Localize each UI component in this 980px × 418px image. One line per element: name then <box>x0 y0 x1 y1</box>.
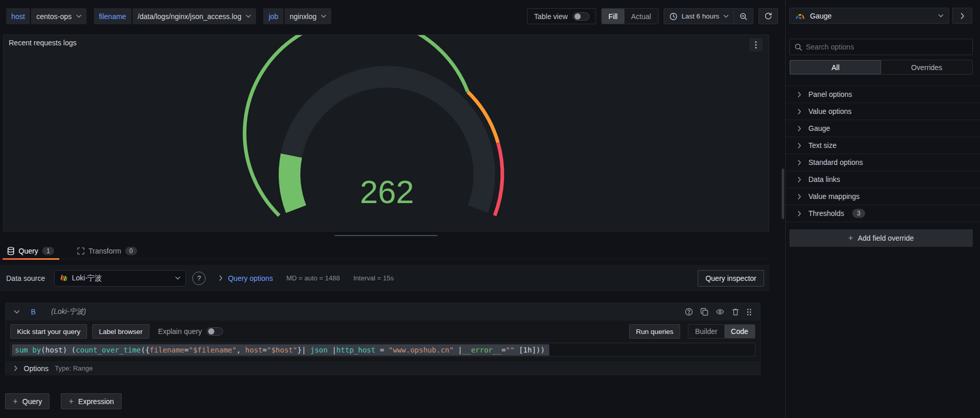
chevron-right-icon <box>14 365 18 371</box>
zoom-out-button[interactable] <box>734 8 753 24</box>
datasource-help-button[interactable]: ? <box>192 272 206 285</box>
table-view-toggle[interactable] <box>573 12 589 21</box>
time-range-picker[interactable]: Last 6 hours <box>664 8 734 24</box>
kick-start-button[interactable]: Kick start your query <box>10 324 87 339</box>
section-data-links[interactable]: Data links <box>786 171 980 188</box>
add-expression-button[interactable]: + Expression <box>61 393 122 409</box>
gauge-threshold-green <box>245 35 468 215</box>
variable-value-host[interactable]: centos-ops <box>31 8 86 24</box>
panel-resize-handle[interactable] <box>334 235 437 236</box>
code-token: }| <box>297 346 310 354</box>
code-token: ({ <box>141 346 149 354</box>
transform-icon <box>77 247 85 255</box>
code-token: = <box>376 346 388 354</box>
options-filter-tabs: All Overrides <box>789 60 973 75</box>
code-token: ) ( <box>63 346 76 354</box>
tab-all[interactable]: All <box>790 60 881 74</box>
thresholds-count-badge: 3 <box>852 209 865 218</box>
query-ref-id[interactable]: B <box>31 308 36 316</box>
vertical-scrollbar[interactable] <box>782 169 784 219</box>
builder-segment[interactable]: Builder <box>688 325 724 338</box>
section-value-options[interactable]: Value options <box>786 103 980 120</box>
chevron-down-icon <box>938 14 943 18</box>
chevron-right-icon[interactable] <box>219 275 223 281</box>
tab-overrides[interactable]: Overrides <box>881 60 972 74</box>
section-panel-options[interactable]: Panel options <box>786 86 980 103</box>
add-field-override-button[interactable]: + Add field override <box>789 229 973 247</box>
chevron-down-icon <box>175 276 180 280</box>
delete-query-button[interactable] <box>732 308 739 316</box>
time-range-label: Last 6 hours <box>682 12 719 20</box>
code-token: [1h])) <box>514 346 545 354</box>
variable-value-host-text: centos-ops <box>36 12 71 21</box>
query-toolbar: Kick start your query Label browser Expl… <box>10 324 755 339</box>
section-label: Value mappings <box>808 192 859 200</box>
plus-icon: + <box>13 397 18 406</box>
drag-query-handle[interactable] <box>747 308 752 316</box>
query-toolbar-right: Run queries Builder Code <box>629 324 755 339</box>
top-bar: host centos-ops filename /data/logs/ngin… <box>0 0 785 28</box>
run-queries-button[interactable]: Run queries <box>629 324 680 339</box>
code-token: = <box>501 346 505 354</box>
code-segment[interactable]: Code <box>724 325 755 338</box>
datasource-row: Data source Loki-宁波 ? Query options MD =… <box>0 265 769 291</box>
section-label: Panel options <box>808 90 852 98</box>
code-token: __error__ <box>462 346 501 354</box>
editor-tab-bar: Query 1 Transform 0 <box>0 246 769 259</box>
add-query-button[interactable]: + Query <box>5 393 49 409</box>
code-token: = <box>184 346 189 354</box>
gauge-viz-icon: 70 <box>795 12 805 20</box>
add-expression-label: Expression <box>78 397 114 406</box>
eye-icon <box>716 308 724 316</box>
query-inspector-button[interactable]: Query inspector <box>698 270 764 287</box>
variable-host: host centos-ops <box>6 8 87 24</box>
actual-segment[interactable]: Actual <box>624 9 658 24</box>
variable-label-filename: filename <box>94 8 131 24</box>
explain-query-toggle[interactable] <box>207 327 223 336</box>
code-token: , <box>236 346 245 354</box>
tab-transform[interactable]: Transform 0 <box>73 246 142 259</box>
options-search-input[interactable] <box>806 43 968 51</box>
collapse-sidebar-button[interactable] <box>952 8 972 24</box>
variable-value-job[interactable]: nginxlog <box>284 8 331 24</box>
section-thresholds[interactable]: Thresholds 3 <box>786 205 980 222</box>
refresh-icon <box>764 12 772 21</box>
section-label: Thresholds <box>808 209 844 218</box>
chevron-down-icon <box>321 14 326 18</box>
section-standard-options[interactable]: Standard options <box>786 154 980 171</box>
options-summary: Type: Range <box>55 364 93 372</box>
tab-query[interactable]: Query 1 <box>3 246 59 259</box>
table-view-control: Table view <box>527 8 596 24</box>
datasource-picker[interactable]: Loki-宁波 <box>54 270 186 287</box>
tab-query-badge: 1 <box>42 247 54 255</box>
interval-value: Interval = 15s <box>353 274 394 282</box>
code-token <box>28 346 32 354</box>
logql-code-editor[interactable]: sum by(host) (count_over_time({filename=… <box>10 343 755 357</box>
chevron-down-icon[interactable] <box>14 310 20 314</box>
panel-menu-button[interactable] <box>749 38 763 52</box>
fill-segment[interactable]: Fill <box>602 9 624 24</box>
section-value-mappings[interactable]: Value mappings <box>786 188 980 205</box>
tab-transform-badge: 0 <box>125 247 137 255</box>
toggle-visibility-button[interactable] <box>716 308 724 316</box>
label-browser-button[interactable]: Label browser <box>92 324 149 339</box>
code-token: filename <box>149 346 184 354</box>
query-options-row[interactable]: Options Type: Range <box>6 360 760 375</box>
code-token: | <box>453 346 462 354</box>
code-token: ( <box>41 346 45 354</box>
zoom-out-icon <box>739 12 748 21</box>
variable-value-filename[interactable]: /data/logs/nginx/json_access.log <box>132 8 257 24</box>
code-token: = <box>263 346 267 354</box>
visualization-picker[interactable]: 70 Gauge <box>789 8 949 24</box>
query-help-button[interactable] <box>685 308 693 316</box>
max-data-points-value: MD = auto = 1488 <box>286 274 340 282</box>
refresh-button[interactable] <box>758 8 778 24</box>
duplicate-query-button[interactable] <box>700 308 708 316</box>
tab-query-label: Query <box>19 247 38 255</box>
chevron-right-icon <box>798 160 801 165</box>
section-gauge[interactable]: Gauge <box>786 120 980 137</box>
plus-icon: + <box>69 397 73 406</box>
section-text-size[interactable]: Text size <box>786 137 980 154</box>
query-options-link[interactable]: Query options <box>228 274 273 282</box>
gauge-value: 262 <box>360 174 414 210</box>
